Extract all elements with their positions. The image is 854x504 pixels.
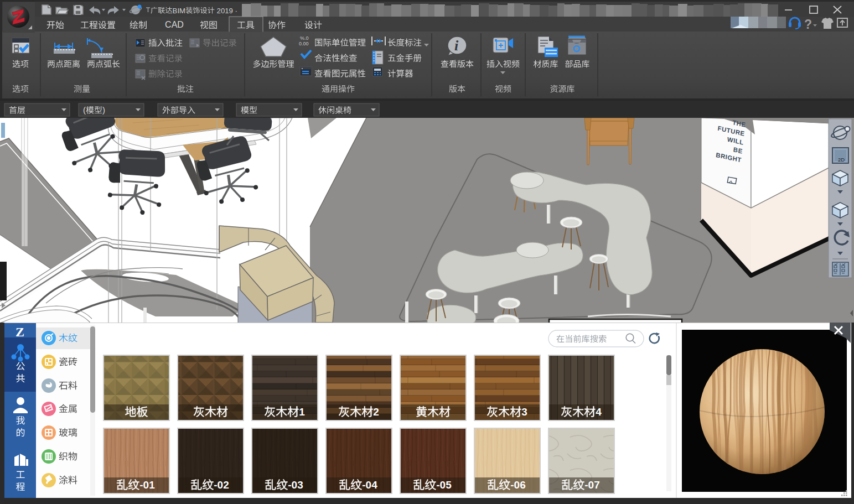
svg-text:?: ?: [804, 17, 812, 32]
svg-text:(: (: [83, 105, 86, 115]
svg-text:-06: -06: [510, 479, 525, 491]
svg-text:-02: -02: [214, 479, 229, 491]
svg-text:-05: -05: [436, 479, 452, 491]
svg-text:i: i: [454, 38, 459, 54]
svg-text:Z: Z: [15, 325, 24, 339]
svg-text:2: 2: [373, 406, 379, 418]
svg-text:BIM: BIM: [173, 7, 185, 15]
svg-text:-01: -01: [139, 479, 155, 491]
svg-text:2019 ·: 2019 ·: [215, 7, 237, 15]
svg-text:%.0: %.0: [300, 35, 309, 41]
svg-text:CAD: CAD: [165, 20, 184, 29]
svg-text:): ): [102, 105, 105, 115]
svg-text:-04: -04: [362, 479, 377, 491]
svg-text:3: 3: [521, 406, 527, 418]
svg-text:4: 4: [596, 406, 602, 418]
svg-text:1: 1: [299, 406, 305, 418]
svg-text:2D: 2D: [838, 157, 845, 163]
svg-text:-07: -07: [584, 479, 599, 491]
svg-text:0.00: 0.00: [299, 41, 309, 46]
svg-text:-03: -03: [288, 479, 303, 491]
